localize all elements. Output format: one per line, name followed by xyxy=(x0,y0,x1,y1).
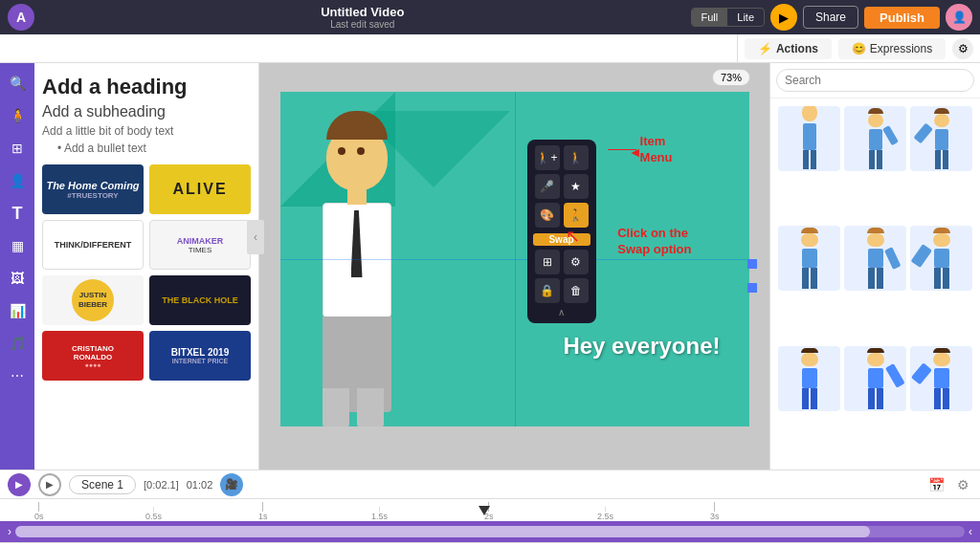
panel-body-text: Add a little bit of body text xyxy=(42,124,251,138)
more-icon[interactable]: ⋯ xyxy=(5,363,30,388)
add-character-button[interactable]: 🚶+ xyxy=(535,145,560,170)
user-icon[interactable]: 👤 xyxy=(5,168,30,193)
panel-collapse-button[interactable]: ‹ xyxy=(247,220,264,254)
properties-icon[interactable]: ⊞ xyxy=(5,136,30,161)
time-start: [0:02.1] xyxy=(144,479,179,491)
time-end: 01:02 xyxy=(187,479,213,491)
search-input[interactable] xyxy=(776,69,974,92)
characters-icon[interactable]: 🧍 xyxy=(5,103,30,128)
publish-button[interactable]: Publish xyxy=(864,7,940,29)
character-thumbnail[interactable] xyxy=(844,346,906,411)
view-toggle: Full Lite xyxy=(691,8,765,27)
character-thumbnail[interactable] xyxy=(844,106,906,171)
grid-button[interactable]: ⊞ xyxy=(535,250,560,274)
character-thumbnail[interactable] xyxy=(844,226,906,291)
settings-timeline-icon[interactable]: ⚙ xyxy=(953,475,972,494)
trash-button[interactable]: 🗑 xyxy=(564,278,589,303)
audio-icon[interactable]: 🎵 xyxy=(5,331,30,356)
track-row: T Zoom + − xyxy=(0,542,980,546)
character-thumbnail[interactable] xyxy=(910,346,972,411)
media-panel: Add a heading Add a subheading Add a lit… xyxy=(34,63,259,470)
ruler-mark-25s: 2.5s xyxy=(597,507,613,521)
timeline-play-button[interactable]: ▶ xyxy=(8,473,31,496)
scroll-right-arrow[interactable]: ‹ xyxy=(965,525,976,538)
ruler-mark-0s: 0s xyxy=(34,502,44,521)
media-item[interactable]: THINK/DIFFERENT xyxy=(42,220,144,270)
camera-icon[interactable]: 🎥 xyxy=(220,473,243,496)
timeline-bar: ▶ ▶ Scene 1 [0:02.1] 01:02 🎥 📅 ⚙ xyxy=(0,470,980,498)
view-lite-button[interactable]: Lite xyxy=(727,9,764,26)
actions-label: Actions xyxy=(776,42,818,55)
character-thumbnail[interactable] xyxy=(778,226,840,291)
topbar-left: A xyxy=(8,4,34,31)
actions-tab[interactable]: ⚡ Actions xyxy=(745,38,832,59)
star-button[interactable]: ★ xyxy=(564,174,589,199)
calendar-icon[interactable]: 📅 xyxy=(926,475,946,494)
palette-button[interactable]: 🎨 xyxy=(535,203,560,228)
actions-icon: ⚡ xyxy=(758,42,772,55)
playhead-marker[interactable] xyxy=(479,499,490,521)
scene-label[interactable]: Scene 1 xyxy=(69,475,136,494)
menu-expand-button[interactable]: ∧ xyxy=(533,307,590,317)
item-menu-row2: 🎤 ★ xyxy=(533,174,590,199)
item-menu-row5: 🔒 🗑 xyxy=(533,278,590,303)
chart-icon[interactable]: 📊 xyxy=(5,298,30,323)
expressions-label: Expressions xyxy=(870,42,932,55)
view-full-button[interactable]: Full xyxy=(692,9,728,26)
media-item[interactable]: JUSTINBIEBER xyxy=(42,275,144,325)
character-thumbnail[interactable] xyxy=(910,106,972,171)
person2-button[interactable]: 🚶 xyxy=(564,203,589,228)
timeline-play2-button[interactable]: ▶ xyxy=(38,473,61,496)
canvas-text: Hey everyone! xyxy=(563,333,720,360)
media-item[interactable]: THE BLACK HOLE xyxy=(149,275,251,325)
main-content: 🔍 🧍 ⊞ 👤 T ▦ 🖼 📊 🎵 ⋯ Add a heading Add a … xyxy=(0,63,980,470)
left-icon-strip: 🔍 🧍 ⊞ 👤 T ▦ 🖼 📊 🎵 ⋯ xyxy=(0,63,34,470)
canvas-area: 73% xyxy=(259,63,769,470)
topbar: A Untitled Video Last edit saved Full Li… xyxy=(0,0,980,34)
panel-heading: Add a heading xyxy=(42,75,251,99)
lock-button[interactable]: 🔒 xyxy=(535,278,560,303)
document-title: Untitled Video xyxy=(321,5,404,19)
media-icon[interactable]: ▦ xyxy=(5,233,30,258)
media-item[interactable]: CRISTIANORONALDO ●●●● xyxy=(42,331,144,381)
settings-gear-button[interactable]: ⚙ xyxy=(952,38,973,59)
panel-bullet-text: • Add a bullet text xyxy=(57,142,251,155)
item-menu-row3: 🎨 🚶 xyxy=(533,203,590,228)
scroll-track[interactable] xyxy=(15,526,965,537)
scroll-left-arrow[interactable]: › xyxy=(4,525,15,538)
item-menu-row1: 🚶+ 🚶 xyxy=(533,145,590,170)
ruler-mark-3s: 3s xyxy=(710,502,720,521)
share-button[interactable]: Share xyxy=(803,6,858,29)
expressions-tab[interactable]: 😊 Expressions xyxy=(838,38,946,59)
media-grid: The Home Coming #TRUESTORY ALIVE THINK/D… xyxy=(42,164,251,381)
topbar-right: Full Lite ▶ Share Publish 👤 xyxy=(691,4,972,31)
preview-play-button[interactable]: ▶ xyxy=(770,4,797,31)
character-thumbnail[interactable] xyxy=(778,346,840,411)
character-button[interactable]: 🚶 xyxy=(564,145,589,170)
right-search-container xyxy=(770,63,980,98)
text-icon[interactable]: T xyxy=(5,201,30,226)
toolbar2-right: ⚡ Actions 😊 Expressions ⚙ xyxy=(737,34,980,62)
character-thumbnail[interactable] xyxy=(910,226,972,291)
ruler-mark-1s: 1s xyxy=(258,502,268,521)
last-saved-label: Last edit saved xyxy=(330,19,394,30)
canvas-inner: Hey everyone! 🚶+ 🚶 🎤 ★ 🎨 🚶 xyxy=(280,92,749,426)
timeline-scroll-bar: › ‹ xyxy=(0,521,980,542)
character-thumbnail[interactable] xyxy=(778,106,840,171)
media-item[interactable]: The Home Coming #TRUESTORY xyxy=(42,164,144,214)
zoom-indicator: 73% xyxy=(712,69,750,86)
expressions-icon: 😊 xyxy=(852,42,866,55)
search-icon[interactable]: 🔍 xyxy=(5,71,30,96)
app-logo[interactable]: A xyxy=(8,4,34,31)
microphone-button[interactable]: 🎤 xyxy=(535,174,560,199)
media-item[interactable]: ANIMAKER TIMES xyxy=(149,220,251,270)
panel-subheading: Add a subheading xyxy=(42,103,251,120)
item-menu-annotation: ◄ ItemMenu xyxy=(608,134,673,166)
image-icon[interactable]: 🖼 xyxy=(5,266,30,291)
char-figure xyxy=(802,108,817,169)
media-item[interactable]: BITXEL 2019 INTERNET PRICE xyxy=(149,331,251,381)
secondary-toolbar: ⚡ Actions 😊 Expressions ⚙ xyxy=(0,34,980,63)
media-item[interactable]: ALIVE xyxy=(149,164,251,214)
scroll-thumb[interactable] xyxy=(15,526,870,537)
timeline-ruler: 0s 0.5s 1s 1.5s 2s 2.5s 3s xyxy=(0,498,980,521)
